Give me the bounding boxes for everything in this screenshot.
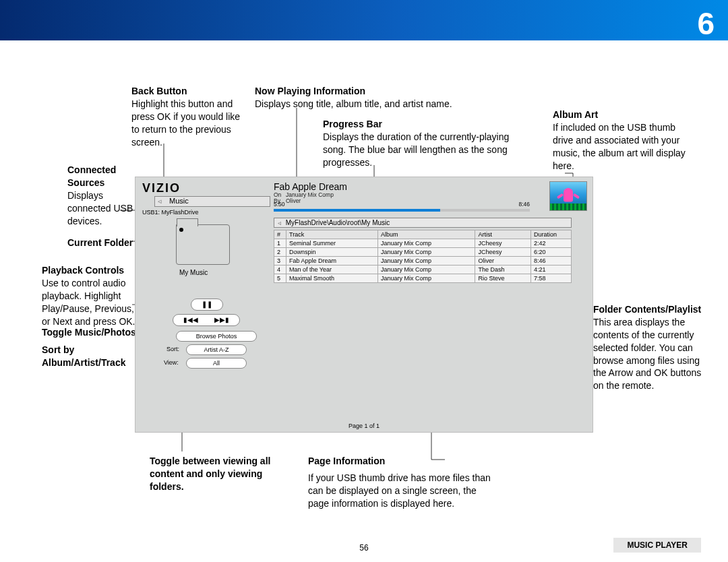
table-row[interactable]: 1Seminal SummerJanuary Mix CompJCheesy2:… <box>274 239 572 248</box>
callout-playback-controls: Playback Controls Use to control audio p… <box>42 264 143 327</box>
callout-page-info: Page Information If your USB thumb drive… <box>308 455 497 510</box>
table-row[interactable]: 3Fab Apple DreamJanuary Mix CompOliver8:… <box>274 257 572 266</box>
breadcrumb-back-icon: ◃ <box>274 218 284 228</box>
callout-folder-contents: Folder Contents/Playlist This area displ… <box>593 303 708 392</box>
col-album: Album <box>377 230 475 239</box>
callout-back-button: Back Button Highlight this button and pr… <box>131 85 246 148</box>
table-row[interactable]: 5Maximal SmoothJanuary Mix CompRio Steve… <box>274 274 572 283</box>
col-artist: Artist <box>475 230 531 239</box>
track-table: # Track Album Artist Duration 1Seminal S… <box>274 230 572 283</box>
breadcrumb-path: MyFlashDrive\Audio\root\My Music <box>286 219 390 226</box>
brand-logo: VIZIO <box>142 181 181 195</box>
back-icon: ◃ <box>155 197 164 206</box>
progress-bar[interactable]: 5:50 8:46 <box>274 209 530 212</box>
callout-toggle-view: Toggle between viewing all content and o… <box>150 455 271 493</box>
callout-sort: Sort by Album/Artist/Track <box>42 344 150 369</box>
prev-button[interactable]: ▮◀◀ <box>176 315 206 325</box>
table-row[interactable]: 2DownspinJanuary Mix CompJCheesy6:20 <box>274 248 572 257</box>
callout-current-folder: Current Folder <box>67 237 142 249</box>
now-playing-title: Fab Apple Dream <box>274 181 347 192</box>
sort-label: Sort: <box>166 346 179 352</box>
chapter-number: 6 <box>697 5 715 42</box>
sort-select[interactable]: Artist A-Z <box>186 344 247 355</box>
callout-connected-sources: Connected Sources Displays connected USB… <box>67 164 142 227</box>
connected-usb-label: USB1: MyFlashDrive <box>142 209 199 216</box>
play-pause-button[interactable]: ❚❚ <box>191 299 223 311</box>
callout-now-playing: Now Playing Information Displays song ti… <box>255 85 504 111</box>
callout-album-art: Album Art If included on the USB thumb d… <box>553 108 694 172</box>
breadcrumb[interactable]: ◃ MyFlashDrive\Audio\root\My Music <box>274 218 572 228</box>
pause-icon: ❚❚ <box>202 301 212 308</box>
view-label: View: <box>164 359 179 366</box>
col-num: # <box>274 230 286 239</box>
footer-section-badge: MUSIC PLAYER <box>613 538 701 553</box>
back-button[interactable]: ◃ Music <box>154 196 270 207</box>
total-time: 8:46 <box>518 201 530 208</box>
current-folder-name: My Music <box>179 269 208 276</box>
callout-progress-bar: Progress Bar Displays the duration of th… <box>323 118 525 169</box>
browse-photos-button[interactable]: Browse Photos <box>176 331 257 342</box>
album-art <box>549 181 587 211</box>
back-button-label: Music <box>166 197 189 205</box>
chapter-header-bar <box>0 0 728 40</box>
prev-next-row: ▮◀◀▶▶▮ <box>173 314 240 326</box>
next-button[interactable]: ▶▶▮ <box>206 315 237 325</box>
table-row[interactable]: 4Man of the YearJanuary Mix CompThe Dash… <box>274 266 572 274</box>
page-information: Page 1 of 1 <box>135 423 593 429</box>
music-player-ui: VIZIO ◃ Music USB1: MyFlashDrive My Musi… <box>135 177 593 433</box>
col-track: Track <box>286 230 378 239</box>
view-select[interactable]: All <box>186 358 247 369</box>
current-folder-icon[interactable] <box>176 224 230 265</box>
col-duration: Duration <box>531 230 572 239</box>
elapsed-time: 5:50 <box>274 201 285 208</box>
callout-toggle-music-photos: Toggle Music/Photos <box>42 326 150 339</box>
